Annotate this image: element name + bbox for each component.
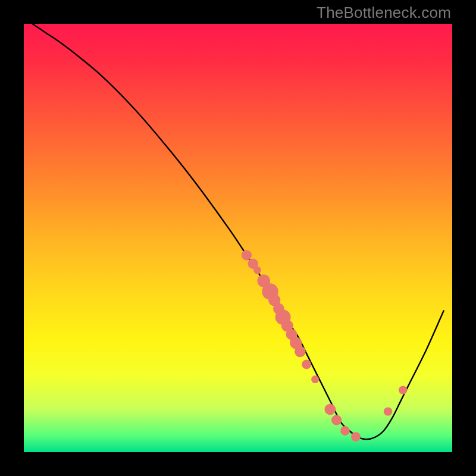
chart-marker (295, 346, 306, 357)
chart-markers (242, 250, 408, 441)
chart-plot-area: TheBottleneck.com (24, 24, 452, 452)
chart-marker (324, 404, 336, 415)
chart-marker (302, 359, 311, 369)
chart-marker (311, 375, 319, 383)
chart-marker (351, 432, 361, 441)
stage: TheBottleneck.com (0, 0, 476, 476)
chart-svg (24, 24, 452, 452)
chart-marker (242, 250, 252, 260)
chart-curve (32, 24, 443, 439)
chart-marker (253, 267, 261, 274)
watermark-text: TheBottleneck.com (317, 4, 451, 22)
chart-marker (340, 426, 350, 436)
chart-marker (399, 386, 407, 394)
chart-marker (331, 415, 342, 425)
chart-marker (384, 407, 392, 415)
